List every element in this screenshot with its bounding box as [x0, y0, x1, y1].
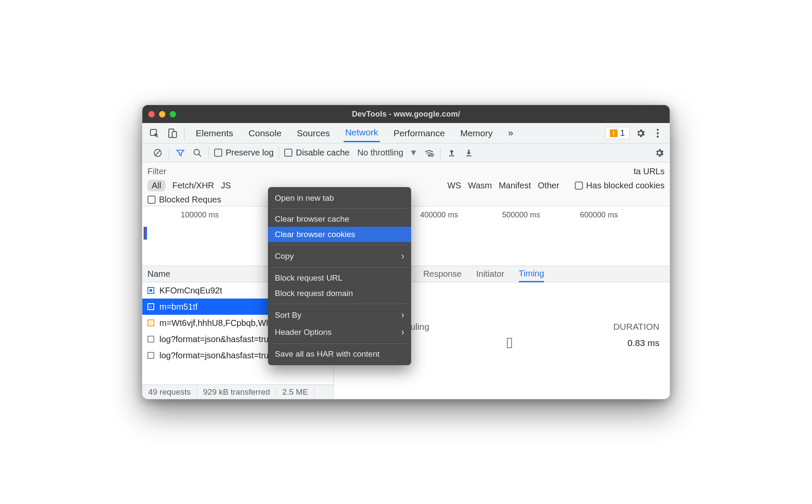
- ctx-clear-cache[interactable]: Clear browser cache: [268, 211, 411, 227]
- network-settings-gear-icon[interactable]: [653, 147, 665, 159]
- timeline-tick: 500000 ms: [502, 211, 540, 220]
- tab-network[interactable]: Network: [344, 124, 380, 142]
- window-titlebar: DevTools - www.google.com/: [142, 105, 670, 123]
- file-icon-gray: [147, 351, 155, 360]
- svg-point-8: [428, 155, 430, 156]
- request-name: KFOmCnqEu92t: [159, 286, 222, 296]
- timeline-tick: 400000 ms: [420, 211, 458, 220]
- svg-text:‹›: ‹›: [149, 305, 152, 309]
- throttling-select[interactable]: No throttling ▼: [357, 148, 418, 158]
- queueing-duration: 0.83 ms: [627, 338, 659, 348]
- blocked-requests-checkbox[interactable]: Blocked Reques: [147, 195, 221, 205]
- tab-elements[interactable]: Elements: [194, 125, 235, 142]
- tab-memory[interactable]: Memory: [459, 125, 494, 142]
- window-title: DevTools - www.google.com/: [142, 110, 670, 119]
- inspect-element-icon[interactable]: [148, 127, 160, 139]
- detail-tab-initiator[interactable]: Initiator: [476, 269, 504, 279]
- file-icon-blue: ‹›: [147, 302, 155, 311]
- svg-point-4: [657, 132, 659, 134]
- has-blocked-cookies-checkbox[interactable]: Has blocked cookies: [575, 181, 665, 190]
- upload-har-icon[interactable]: [446, 147, 458, 159]
- tab-performance[interactable]: Performance: [392, 125, 447, 142]
- type-filter-wasm[interactable]: Wasm: [468, 181, 492, 190]
- request-name: m=bm51tf: [159, 302, 197, 312]
- has-blocked-cookies-label: Has blocked cookies: [586, 181, 665, 190]
- type-filter-all[interactable]: All: [147, 180, 165, 191]
- svg-point-7: [194, 149, 200, 155]
- kebab-menu-icon[interactable]: [652, 127, 664, 139]
- device-toolbar-icon[interactable]: [166, 127, 178, 139]
- timeline-tick: 100000 ms: [181, 211, 219, 220]
- warning-icon: !: [610, 129, 618, 137]
- preserve-log-label: Preserve log: [226, 148, 274, 158]
- status-transferred: 929 kB transferred: [197, 387, 276, 397]
- detail-tab-timing[interactable]: Timing: [519, 269, 544, 282]
- ctx-sort-by-submenu[interactable]: Sort By: [268, 307, 411, 324]
- network-status-bar: 49 requests 929 kB transferred 2.5 ME: [142, 384, 333, 399]
- more-tabs-icon[interactable]: »: [506, 124, 515, 142]
- svg-point-9: [431, 154, 433, 156]
- devtools-window: DevTools - www.google.com/ Elements Cons…: [142, 105, 670, 399]
- blocked-requests-label: Blocked Reques: [159, 195, 221, 205]
- status-resources: 2.5 ME: [277, 387, 315, 397]
- throttling-value: No throttling: [357, 148, 403, 158]
- status-requests: 49 requests: [142, 387, 197, 397]
- preserve-log-checkbox[interactable]: Preserve log: [214, 148, 274, 158]
- filter-input[interactable]: Filter: [147, 167, 166, 176]
- type-filter-js[interactable]: JS: [221, 181, 231, 190]
- disable-cache-label: Disable cache: [296, 148, 350, 158]
- devtools-tabstrip: Elements Console Sources Network Perform…: [142, 123, 670, 144]
- context-menu: Open in new tab Clear browser cache Clea…: [268, 187, 411, 365]
- ctx-copy-submenu[interactable]: Copy: [268, 248, 411, 265]
- clear-log-icon[interactable]: [152, 147, 164, 159]
- queueing-bar-icon: [507, 338, 512, 348]
- chevron-right-icon: [401, 251, 404, 262]
- filter-funnel-icon[interactable]: [174, 147, 186, 159]
- chevron-right-icon: [401, 310, 404, 321]
- svg-rect-10: [449, 155, 454, 156]
- timeline-activity-marker: [144, 227, 147, 240]
- svg-text:‹›: ‹›: [149, 321, 152, 325]
- type-filter-ws[interactable]: WS: [447, 181, 461, 190]
- chevron-right-icon: [401, 327, 404, 338]
- file-icon-orange: ‹›: [147, 319, 155, 327]
- chevron-down-icon: ▼: [409, 148, 418, 158]
- tab-console[interactable]: Console: [247, 125, 283, 142]
- ctx-save-har[interactable]: Save all as HAR with content: [268, 346, 411, 362]
- svg-point-5: [657, 135, 659, 138]
- ctx-header-options-submenu[interactable]: Header Options: [268, 324, 411, 341]
- svg-rect-18: [148, 336, 154, 342]
- network-toolbar: Preserve log Disable cache No throttling…: [142, 144, 670, 162]
- file-icon-blue: [147, 286, 155, 295]
- type-filter-manifest[interactable]: Manifest: [499, 181, 531, 190]
- svg-rect-19: [148, 352, 154, 358]
- timeline-tick: 600000 ms: [580, 211, 618, 220]
- ctx-block-url[interactable]: Block request URL: [268, 270, 411, 286]
- svg-rect-13: [150, 289, 152, 292]
- file-icon-gray: [147, 335, 155, 343]
- issues-badge[interactable]: ! 1: [605, 127, 630, 139]
- data-urls-label: ta URLs: [634, 167, 665, 176]
- network-conditions-icon[interactable]: [423, 147, 435, 159]
- issues-count: 1: [620, 128, 625, 138]
- request-name: m=Wt6vjf,hhhU8,FCpbqb,WhJNk: [159, 318, 285, 328]
- type-filter-other[interactable]: Other: [538, 181, 559, 190]
- search-icon[interactable]: [191, 147, 203, 159]
- svg-rect-11: [466, 155, 471, 156]
- svg-point-3: [657, 129, 659, 131]
- download-har-icon[interactable]: [463, 147, 475, 159]
- detail-tab-response[interactable]: Response: [423, 269, 462, 279]
- type-filter-fetchxhr[interactable]: Fetch/XHR: [172, 181, 214, 190]
- settings-gear-icon[interactable]: [635, 127, 647, 139]
- ctx-block-domain[interactable]: Block request domain: [268, 286, 411, 301]
- tab-sources[interactable]: Sources: [295, 125, 332, 142]
- duration-label: DURATION: [613, 322, 659, 332]
- ctx-open-new-tab[interactable]: Open in new tab: [268, 190, 411, 206]
- ctx-clear-cookies[interactable]: Clear browser cookies: [268, 227, 411, 242]
- disable-cache-checkbox[interactable]: Disable cache: [284, 148, 350, 158]
- svg-rect-2: [172, 132, 177, 138]
